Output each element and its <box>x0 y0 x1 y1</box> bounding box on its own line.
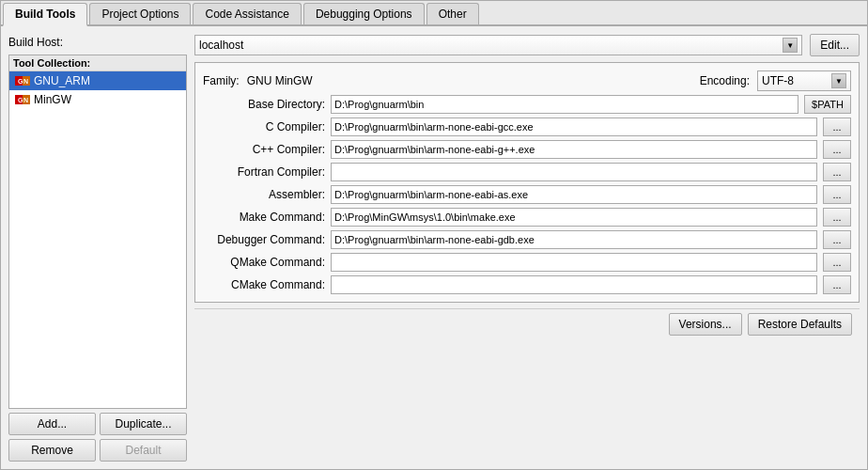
duplicate-button[interactable]: Duplicate... <box>100 413 187 435</box>
tab-project-options[interactable]: Project Options <box>89 3 191 24</box>
assembler-input[interactable] <box>331 185 817 204</box>
family-row: Family: GNU MinGW Encoding: UTF-8 ▼ <box>203 70 851 91</box>
restore-defaults-button[interactable]: Restore Defaults <box>748 313 852 336</box>
fortran-compiler-browse-button[interactable]: ... <box>823 163 851 181</box>
base-dir-input[interactable] <box>331 95 798 114</box>
base-dir-row: Base Directory: $PATH <box>203 95 851 114</box>
cpp-compiler-browse-button[interactable]: ... <box>823 140 851 159</box>
add-duplicate-row: Add... Duplicate... <box>8 413 187 435</box>
tool-item-mingw[interactable]: G N MinGW <box>9 90 186 109</box>
tab-bar: Build Tools Project Options Code Assista… <box>1 1 867 26</box>
tool-collection-label: Tool Collection: <box>13 57 90 69</box>
make-command-row: Make Command: ... <box>203 208 851 227</box>
tab-other[interactable]: Other <box>426 3 479 24</box>
left-panel-buttons: Add... Duplicate... Remove Default <box>8 413 187 462</box>
add-button[interactable]: Add... <box>8 413 96 435</box>
content-area: Build Host: Tool Collection: G N <box>1 26 867 469</box>
svg-text:N: N <box>23 97 28 103</box>
versions-button[interactable]: Versions... <box>669 313 742 336</box>
cpp-compiler-input[interactable] <box>331 140 817 159</box>
mingw-icon: G N <box>15 94 30 105</box>
build-host-value: localhost <box>199 39 783 52</box>
cmake-command-row: CMake Command: ... <box>203 275 851 294</box>
remove-default-row: Remove Default <box>8 439 187 462</box>
svg-text:N: N <box>23 78 28 85</box>
encoding-label: Encoding: <box>700 74 750 87</box>
fortran-compiler-input[interactable] <box>331 163 817 181</box>
build-host-select[interactable]: localhost ▼ <box>194 35 802 55</box>
base-dir-path-button[interactable]: $PATH <box>804 95 851 114</box>
build-host-dropdown-arrow[interactable]: ▼ <box>783 38 798 53</box>
qmake-command-input[interactable] <box>331 253 817 272</box>
default-button[interactable]: Default <box>100 439 187 462</box>
cpp-compiler-row: C++ Compiler: ... <box>203 140 851 159</box>
qmake-command-browse-button[interactable]: ... <box>823 253 851 272</box>
c-compiler-input[interactable] <box>331 118 817 136</box>
fortran-compiler-label: Fortran Compiler: <box>203 165 325 179</box>
main-window: Build Tools Project Options Code Assista… <box>0 0 868 470</box>
encoding-dropdown-arrow[interactable]: ▼ <box>831 73 846 88</box>
qmake-command-label: QMake Command: <box>203 256 325 269</box>
tool-collection-list: Tool Collection: G N GNU_ARM <box>8 55 187 409</box>
qmake-command-row: QMake Command: ... <box>203 253 851 272</box>
gnu-arm-icon: G N <box>15 75 30 86</box>
make-command-input[interactable] <box>331 208 817 227</box>
cmake-command-input[interactable] <box>331 275 817 294</box>
tab-code-assistance[interactable]: Code Assistance <box>193 3 301 24</box>
bottom-bar: Versions... Restore Defaults <box>194 308 860 339</box>
family-value: GNU MinGW <box>247 74 313 87</box>
debugger-command-label: Debugger Command: <box>203 233 325 246</box>
encoding-select[interactable]: UTF-8 ▼ <box>757 70 851 91</box>
cmake-command-label: CMake Command: <box>203 278 325 291</box>
make-command-label: Make Command: <box>203 211 325 224</box>
remove-button[interactable]: Remove <box>8 439 96 462</box>
c-compiler-label: C Compiler: <box>203 120 325 133</box>
build-host-label: Build Host: <box>8 36 63 49</box>
tab-build-tools[interactable]: Build Tools <box>3 3 87 26</box>
debugger-command-row: Debugger Command: ... <box>203 230 851 249</box>
tab-debugging-options[interactable]: Debugging Options <box>303 3 425 24</box>
cmake-command-browse-button[interactable]: ... <box>823 275 851 294</box>
encoding-value: UTF-8 <box>762 74 831 87</box>
assembler-row: Assembler: ... <box>203 185 851 204</box>
fortran-compiler-row: Fortran Compiler: ... <box>203 163 851 181</box>
c-compiler-row: C Compiler: ... <box>203 118 851 136</box>
family-label: Family: <box>203 74 240 87</box>
tool-item-gnu-arm[interactable]: G N GNU_ARM <box>9 71 186 90</box>
c-compiler-browse-button[interactable]: ... <box>823 118 851 136</box>
base-dir-label: Base Directory: <box>203 98 325 111</box>
form-area: Family: GNU MinGW Encoding: UTF-8 ▼ Base… <box>194 62 860 303</box>
build-host-row: localhost ▼ Edit... <box>194 34 860 56</box>
debugger-command-browse-button[interactable]: ... <box>823 230 851 249</box>
assembler-label: Assembler: <box>203 188 325 201</box>
tool-item-mingw-label: MinGW <box>34 93 71 106</box>
tool-item-gnu-arm-label: GNU_ARM <box>34 74 90 87</box>
assembler-browse-button[interactable]: ... <box>823 185 851 204</box>
edit-button[interactable]: Edit... <box>810 34 860 56</box>
debugger-command-input[interactable] <box>331 230 817 249</box>
make-command-browse-button[interactable]: ... <box>823 208 851 227</box>
cpp-compiler-label: C++ Compiler: <box>203 143 325 156</box>
right-panel: localhost ▼ Edit... Family: GNU MinGW En… <box>194 34 860 462</box>
left-panel: Build Host: Tool Collection: G N <box>8 34 187 462</box>
